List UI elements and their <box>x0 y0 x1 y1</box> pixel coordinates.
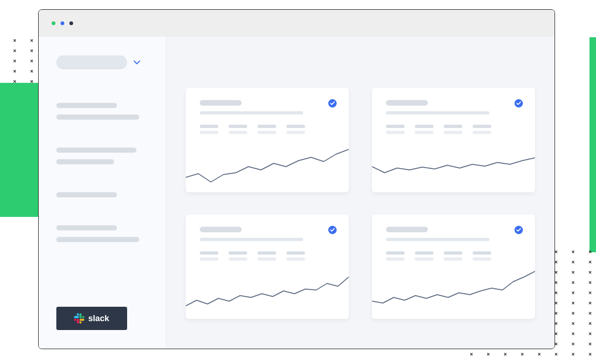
check-icon <box>515 99 523 108</box>
sidebar-item[interactable] <box>56 103 117 108</box>
card-title-placeholder <box>200 100 242 106</box>
sidebar-item[interactable] <box>56 148 136 153</box>
workspace-name-placeholder <box>56 55 127 69</box>
card-stats-row <box>386 251 521 261</box>
sidebar-group-3 <box>39 192 166 204</box>
card-stat <box>415 125 433 134</box>
sidebar: slack <box>39 37 166 349</box>
window-body: slack <box>39 37 555 349</box>
slack-button-label: slack <box>88 314 109 324</box>
traffic-light-zoom[interactable] <box>69 21 73 25</box>
card-stat <box>473 125 491 134</box>
dashboard-main <box>166 37 555 349</box>
slack-icon <box>74 313 84 324</box>
card-stat <box>415 251 433 261</box>
sidebar-group-4 <box>39 225 166 249</box>
sidebar-group-1 <box>39 103 166 126</box>
card-stats-row <box>200 251 335 261</box>
card-stats-row <box>200 125 335 134</box>
card-stat <box>473 251 491 261</box>
card-stat <box>229 125 247 134</box>
check-icon <box>328 99 337 108</box>
sidebar-item[interactable] <box>56 225 117 230</box>
card-stat <box>200 251 218 261</box>
card-title-placeholder <box>386 227 428 232</box>
card-stat <box>257 125 276 134</box>
card-stat <box>286 251 305 261</box>
card-stat <box>444 251 462 261</box>
card-stat <box>386 125 405 134</box>
sidebar-item[interactable] <box>56 115 139 120</box>
card-stat <box>257 251 276 261</box>
sparkline-chart <box>186 268 349 319</box>
check-icon <box>515 226 523 234</box>
metric-card[interactable] <box>186 88 349 192</box>
traffic-light-minimize[interactable] <box>61 21 64 25</box>
workspace-dropdown[interactable] <box>39 55 166 69</box>
chevron-down-icon <box>134 58 140 67</box>
sidebar-item[interactable] <box>56 192 117 197</box>
card-stat <box>286 125 305 134</box>
card-subtitle-placeholder <box>200 111 303 115</box>
slack-button[interactable]: slack <box>56 307 127 330</box>
sparkline-chart <box>372 141 535 192</box>
card-stat <box>200 125 218 134</box>
card-stat <box>386 251 405 261</box>
card-stats-row <box>386 125 521 134</box>
sidebar-item[interactable] <box>56 237 139 242</box>
card-title-placeholder <box>200 227 242 232</box>
card-title-placeholder <box>386 100 428 106</box>
card-subtitle-placeholder <box>200 238 303 241</box>
traffic-light-close[interactable] <box>52 21 55 25</box>
sparkline-chart <box>186 141 349 192</box>
check-icon <box>328 226 337 234</box>
card-header <box>186 88 349 134</box>
sparkline-chart <box>372 268 535 319</box>
sidebar-group-2 <box>39 148 166 171</box>
window-titlebar <box>39 10 555 37</box>
card-stat <box>444 125 462 134</box>
card-stat <box>229 251 247 261</box>
card-subtitle-placeholder <box>386 111 489 115</box>
metric-card[interactable] <box>372 215 535 319</box>
card-header <box>186 215 349 261</box>
card-header <box>372 88 535 134</box>
card-header <box>372 215 535 261</box>
metric-card[interactable] <box>372 88 535 192</box>
card-subtitle-placeholder <box>386 238 489 241</box>
decor-green-stripe <box>589 37 596 252</box>
sidebar-item[interactable] <box>56 159 114 164</box>
decor-green-block <box>0 83 38 217</box>
browser-window: slack <box>38 9 555 349</box>
metric-card[interactable] <box>186 215 349 319</box>
